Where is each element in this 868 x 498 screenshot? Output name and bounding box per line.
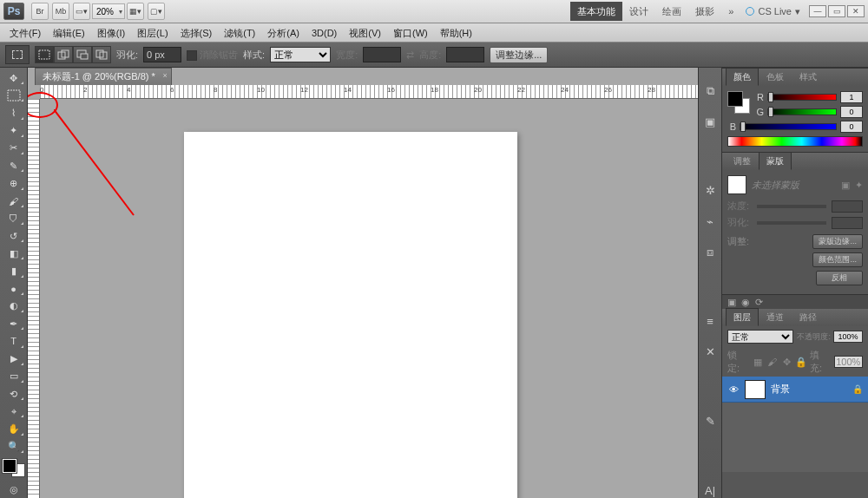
menu-filter[interactable]: 滤镜(T) <box>218 23 261 43</box>
b-value-input[interactable] <box>840 121 863 133</box>
tool-quickmask[interactable]: ◎ <box>3 482 25 497</box>
layers-icon-3[interactable]: ⟳ <box>755 297 763 307</box>
layer-thumbnail[interactable] <box>745 380 766 399</box>
tool-shape[interactable]: ▭ <box>3 369 25 384</box>
workspace-basic[interactable]: 基本功能 <box>570 2 622 21</box>
tool-brush[interactable]: 🖌 <box>3 193 25 209</box>
document-tab[interactable]: 未标题-1 @ 20%(RGB/8) * × <box>35 68 172 85</box>
tab-masks[interactable]: 蒙版 <box>759 152 792 170</box>
menu-layer[interactable]: 图层(L) <box>131 23 174 43</box>
mask-edge-button[interactable]: 蒙版边缘... <box>812 234 863 249</box>
tool-eyedropper[interactable]: ✎ <box>3 158 25 174</box>
workspace-design[interactable]: 设计 <box>622 2 655 21</box>
fill-value[interactable]: 100% <box>834 356 863 368</box>
r-value-input[interactable] <box>840 91 863 103</box>
menu-window[interactable]: 窗口(W) <box>387 23 434 43</box>
opacity-value[interactable]: 100% <box>833 331 863 343</box>
tool-blur[interactable]: ● <box>3 281 25 297</box>
lock-position-icon[interactable]: ✥ <box>780 356 792 368</box>
layer-row[interactable]: 👁 背景 🔒 <box>722 377 868 403</box>
close-tab-icon[interactable]: × <box>162 71 167 80</box>
feather-input[interactable] <box>143 47 181 62</box>
tool-path-select[interactable]: ▶ <box>3 351 25 367</box>
tool-preset-icon[interactable]: ✎ <box>701 414 719 429</box>
tool-hand[interactable]: ✋ <box>3 421 25 436</box>
char-panel-icon[interactable]: ≡ <box>701 314 719 329</box>
clone-source-icon[interactable]: ⧈ <box>701 245 719 259</box>
visibility-toggle-icon[interactable]: 👁 <box>727 384 740 395</box>
g-value-input[interactable] <box>840 106 863 118</box>
workspace-paint[interactable]: 绘画 <box>655 2 688 21</box>
layer-name[interactable]: 背景 <box>771 383 790 396</box>
history-panel-icon[interactable]: ⧉ <box>701 83 719 98</box>
tool-move[interactable]: ✥ <box>3 70 25 86</box>
menu-view[interactable]: 视图(V) <box>343 23 387 43</box>
menu-analysis[interactable]: 分析(A) <box>261 23 306 43</box>
tab-channels[interactable]: 通道 <box>759 308 792 326</box>
sel-new-icon[interactable] <box>35 46 54 63</box>
sel-subtract-icon[interactable] <box>73 46 92 63</box>
tab-swatches[interactable]: 色板 <box>759 68 792 86</box>
tool-dodge[interactable]: ◐ <box>3 298 25 314</box>
color-spectrum[interactable] <box>727 136 863 147</box>
tool-eraser[interactable]: ◧ <box>3 246 25 261</box>
tab-paths[interactable]: 路径 <box>792 308 825 326</box>
menu-help[interactable]: 帮助(H) <box>434 23 478 43</box>
info-panel-icon[interactable]: ✕ <box>701 344 719 359</box>
minimize-button[interactable]: — <box>809 5 826 17</box>
foreground-color[interactable] <box>3 459 16 473</box>
blend-mode-select[interactable]: 正常 <box>727 330 793 344</box>
minibridge-icon[interactable]: Mb <box>52 3 69 20</box>
workspace-more[interactable]: » <box>721 2 740 21</box>
tool-healing[interactable]: ⊕ <box>3 175 25 191</box>
tab-styles[interactable]: 样式 <box>792 68 825 86</box>
layers-icon-2[interactable]: ◉ <box>741 297 750 307</box>
lock-all-icon[interactable]: 🔒 <box>795 356 807 368</box>
lock-transparent-icon[interactable]: ▦ <box>752 356 764 368</box>
color-swatches[interactable] <box>3 459 25 477</box>
screenmode2-icon[interactable]: ▢▾ <box>148 3 165 20</box>
vector-mask-icon[interactable]: ✦ <box>855 180 863 191</box>
menu-edit[interactable]: 编辑(E) <box>47 23 91 43</box>
workspace-photo[interactable]: 摄影 <box>688 2 721 21</box>
b-slider[interactable] <box>740 123 837 130</box>
tool-3dcamera[interactable]: ⌖ <box>3 403 25 419</box>
close-button[interactable]: ✕ <box>847 5 865 17</box>
r-slider[interactable] <box>767 94 837 101</box>
tool-history-brush[interactable]: ↺ <box>3 228 25 244</box>
actions-panel-icon[interactable]: ▣ <box>701 114 719 128</box>
menu-select[interactable]: 选择(S) <box>174 23 219 43</box>
pixel-mask-icon[interactable]: ▣ <box>841 180 850 191</box>
panel-color-swatches[interactable] <box>727 91 750 114</box>
brush-panel-icon[interactable]: ⌁ <box>701 214 719 229</box>
invert-button[interactable]: 反相 <box>816 271 863 285</box>
tool-stamp[interactable]: ⛉ <box>3 211 25 226</box>
menu-file[interactable]: 文件(F) <box>3 23 47 43</box>
menu-image[interactable]: 图像(I) <box>91 23 131 43</box>
tool-marquee[interactable] <box>3 88 25 103</box>
canvas[interactable] <box>184 132 517 498</box>
tab-adjustments[interactable]: 调整 <box>726 152 759 170</box>
style-select[interactable]: 正常 <box>270 47 331 62</box>
bridge-icon[interactable]: Br <box>31 3 49 20</box>
tool-pen[interactable]: ✒ <box>3 316 25 331</box>
layers-icon-1[interactable]: ▣ <box>727 297 736 307</box>
refine-edge-button[interactable]: 调整边缘... <box>490 47 548 63</box>
zoom-select[interactable]: 20% <box>92 3 125 19</box>
tool-type[interactable]: T <box>3 333 25 349</box>
tab-layers[interactable]: 图层 <box>726 308 759 326</box>
cslive-button[interactable]: CS Live ▾ <box>746 6 800 17</box>
paragraph-panel-icon[interactable]: A| <box>701 483 719 498</box>
sel-add-icon[interactable] <box>54 46 73 63</box>
tool-crop[interactable]: ✂ <box>3 141 25 156</box>
current-tool-indicator[interactable] <box>5 45 30 64</box>
tool-lasso[interactable]: ⌇ <box>3 105 25 121</box>
tool-wand[interactable]: ✦ <box>3 123 25 139</box>
arrange-icon[interactable]: ▦▾ <box>127 3 144 20</box>
tool-gradient[interactable]: ▮ <box>3 263 25 278</box>
menu-3d[interactable]: 3D(D) <box>306 23 343 43</box>
tool-zoom[interactable]: 🔍 <box>3 439 25 455</box>
brush-preset-icon[interactable]: ✲ <box>701 183 719 198</box>
restore-button[interactable]: ▭ <box>828 5 845 17</box>
tool-3d[interactable]: ⟲ <box>3 386 25 402</box>
